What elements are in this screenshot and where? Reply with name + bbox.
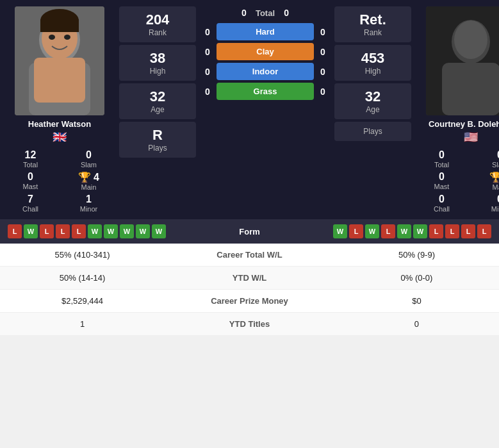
form-badge-l: L [349,224,363,238]
svg-point-7 [49,35,55,40]
form-badge-l: L [56,224,70,238]
right-high-box: 453 High [334,45,411,81]
right-slam-cell: 0 Slam [475,149,499,169]
left-minor-cell: 1 Minor [63,194,114,213]
form-badge-l: L [40,224,54,238]
svg-point-12 [454,21,487,59]
form-label: Form [224,227,275,236]
right-form-badges: WLWLWWLLLL [278,224,492,238]
player-right-photo [426,6,499,115]
form-badge-w: W [120,224,134,238]
trophy-icon-right: 🏆 [489,171,499,183]
form-badge-w: W [333,224,347,238]
form-badge-l: L [461,224,475,238]
stats-left-val: 1 [0,313,165,336]
stats-center-label: Career Prize Money [165,290,334,313]
left-form-badges: LWLLLWWWWW [8,224,222,238]
right-player-silhouette [426,6,499,115]
svg-rect-11 [442,63,499,115]
form-badge-l: L [8,224,22,238]
stats-left-val: $2,529,444 [0,290,165,313]
left-mast-cell: 0 Mast [5,171,56,191]
center-stats-left: 204 Rank 38 High 32 Age R Plays [117,6,199,213]
form-badge-w: W [152,224,166,238]
form-badge-l: L [381,224,395,238]
right-main-cell: 🏆 0 Main [475,171,499,191]
form-badge-w: W [104,224,118,238]
player-right-stats: 0 Total 0 Slam 0 Mast 🏆 0 Main [416,149,499,213]
right-rank-box: Ret. Rank [334,6,411,42]
court-row-indoor: 0 Indoor 0 [201,63,329,80]
right-age-box: 32 Age [334,83,411,119]
stats-center-label: YTD W/L [165,267,334,290]
stats-row: 1 YTD Titles 0 [0,313,499,336]
form-badge-w: W [365,224,379,238]
stats-row: $2,529,444 Career Prize Money $0 [0,290,499,313]
court-btn-indoor[interactable]: Indoor [217,63,314,80]
form-badge-w: W [24,224,38,238]
stats-row: 55% (410-341) Career Total W/L 50% (9-9) [0,244,499,267]
left-age-box: 32 Age [119,83,196,119]
total-right-score: 0 [280,8,293,18]
player-right-flag: 🇺🇸 [464,130,478,144]
form-badge-w: W [88,224,102,238]
left-chall-cell: 7 Chall [5,194,56,213]
left-total-cell: 12 Total [5,149,56,169]
form-badge-w: W [413,224,427,238]
court-section: 0 Total 0 0 Hard 0 0 Clay 0 0 Indoor 0 0… [201,6,329,213]
right-mast-cell: 0 Mast [416,171,467,191]
main-container: Heather Watson 🇬🇧 12 Total 0 Slam 0 Mast [0,0,499,336]
right-chall-cell: 0 Chall [416,194,467,213]
left-rank-box: 204 Rank [119,6,196,42]
player-left-flag: 🇬🇧 [53,130,67,144]
form-badge-w: W [136,224,150,238]
left-high-box: 38 High [119,45,196,81]
form-badge-l: L [72,224,86,238]
right-plays-box: Plays [334,122,411,141]
player-right-name: Courtney B. Dolehide [429,119,499,129]
court-btn-grass[interactable]: Grass [217,83,314,100]
left-plays-box: R Plays [119,122,196,158]
stats-right-val: $0 [334,290,499,313]
stats-right-val: 0 [334,313,499,336]
court-btn-hard[interactable]: Hard [217,23,314,40]
form-badge-l: L [477,224,491,238]
stats-right-val: 50% (9-9) [334,244,499,267]
right-minor-cell: 0 Minor [475,194,499,213]
svg-point-8 [64,35,70,40]
svg-rect-4 [34,58,85,103]
form-badge-l: L [445,224,459,238]
left-player-silhouette [15,6,104,115]
stats-left-val: 50% (14-14) [0,267,165,290]
player-left: Heather Watson 🇬🇧 12 Total 0 Slam 0 Mast [5,6,114,213]
trophy-icon-left: 🏆 [78,171,91,183]
left-slam-cell: 0 Slam [63,149,114,169]
player-left-name: Heather Watson [28,119,91,129]
total-left-score: 0 [238,8,250,18]
left-main-cell: 🏆 4 Main [63,171,114,191]
court-row-clay: 0 Clay 0 [201,43,329,60]
stats-table: 55% (410-341) Career Total W/L 50% (9-9)… [0,244,499,336]
court-row-hard: 0 Hard 0 [201,23,329,40]
right-total-cell: 0 Total [416,149,467,169]
form-badge-w: W [397,224,411,238]
form-badge-l: L [429,224,443,238]
player-left-stats: 12 Total 0 Slam 0 Mast 🏆 4 Main [5,149,114,213]
stats-left-val: 55% (410-341) [0,244,165,267]
court-row-grass: 0 Grass 0 [201,83,329,100]
player-left-photo [15,6,104,115]
court-btn-clay[interactable]: Clay [217,43,314,60]
stats-tbody: 55% (410-341) Career Total W/L 50% (9-9)… [0,244,499,336]
stats-center-label: YTD Titles [165,313,334,336]
total-row: 0 Total 0 [201,8,329,18]
player-right: Courtney B. Dolehide 🇺🇸 0 Total 0 Slam 0… [416,6,499,213]
stats-row: 50% (14-14) YTD W/L 0% (0-0) [0,267,499,290]
total-label: Total [256,8,275,18]
stats-center-label: Career Total W/L [165,244,334,267]
svg-rect-6 [40,19,79,32]
center-stats-right: Ret. Rank 453 High 32 Age Plays [332,6,414,213]
top-section: Heather Watson 🇬🇧 12 Total 0 Slam 0 Mast [0,0,499,219]
stats-right-val: 0% (0-0) [334,267,499,290]
court-rows: 0 Hard 0 0 Clay 0 0 Indoor 0 0 Grass 0 [201,23,329,100]
form-section: LWLLLWWWWW Form WLWLWWLLLL [0,219,499,244]
